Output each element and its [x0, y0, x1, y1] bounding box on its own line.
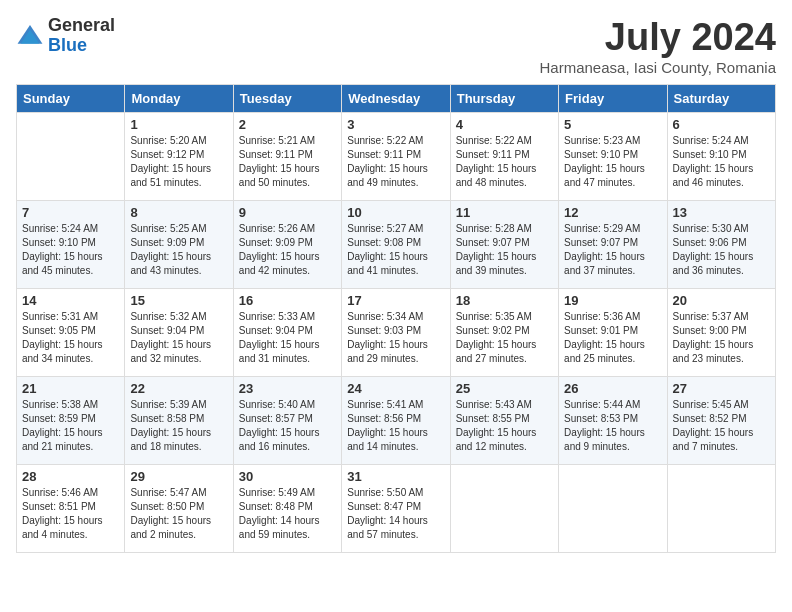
calendar-cell: 21Sunrise: 5:38 AM Sunset: 8:59 PM Dayli… [17, 377, 125, 465]
day-number: 15 [130, 293, 227, 308]
day-number: 4 [456, 117, 553, 132]
day-header-row: SundayMondayTuesdayWednesdayThursdayFrid… [17, 85, 776, 113]
day-detail: Sunrise: 5:26 AM Sunset: 9:09 PM Dayligh… [239, 222, 336, 278]
day-detail: Sunrise: 5:47 AM Sunset: 8:50 PM Dayligh… [130, 486, 227, 542]
calendar-cell: 23Sunrise: 5:40 AM Sunset: 8:57 PM Dayli… [233, 377, 341, 465]
calendar-cell [667, 465, 775, 553]
calendar-cell: 22Sunrise: 5:39 AM Sunset: 8:58 PM Dayli… [125, 377, 233, 465]
day-header-friday: Friday [559, 85, 667, 113]
day-header-sunday: Sunday [17, 85, 125, 113]
calendar-cell: 17Sunrise: 5:34 AM Sunset: 9:03 PM Dayli… [342, 289, 450, 377]
calendar-cell: 1Sunrise: 5:20 AM Sunset: 9:12 PM Daylig… [125, 113, 233, 201]
calendar-cell: 2Sunrise: 5:21 AM Sunset: 9:11 PM Daylig… [233, 113, 341, 201]
logo-icon [16, 22, 44, 50]
day-number: 29 [130, 469, 227, 484]
calendar-title: July 2024 [540, 16, 777, 59]
day-detail: Sunrise: 5:27 AM Sunset: 9:08 PM Dayligh… [347, 222, 444, 278]
day-number: 1 [130, 117, 227, 132]
day-number: 20 [673, 293, 770, 308]
day-number: 19 [564, 293, 661, 308]
day-detail: Sunrise: 5:40 AM Sunset: 8:57 PM Dayligh… [239, 398, 336, 454]
calendar-cell: 18Sunrise: 5:35 AM Sunset: 9:02 PM Dayli… [450, 289, 558, 377]
day-number: 7 [22, 205, 119, 220]
day-detail: Sunrise: 5:50 AM Sunset: 8:47 PM Dayligh… [347, 486, 444, 542]
day-detail: Sunrise: 5:22 AM Sunset: 9:11 PM Dayligh… [456, 134, 553, 190]
day-number: 6 [673, 117, 770, 132]
header: General Blue July 2024 Harmaneasa, Iasi … [16, 16, 776, 76]
calendar-cell: 8Sunrise: 5:25 AM Sunset: 9:09 PM Daylig… [125, 201, 233, 289]
week-row-2: 7Sunrise: 5:24 AM Sunset: 9:10 PM Daylig… [17, 201, 776, 289]
calendar-cell: 16Sunrise: 5:33 AM Sunset: 9:04 PM Dayli… [233, 289, 341, 377]
day-number: 22 [130, 381, 227, 396]
calendar-cell: 7Sunrise: 5:24 AM Sunset: 9:10 PM Daylig… [17, 201, 125, 289]
calendar-cell: 10Sunrise: 5:27 AM Sunset: 9:08 PM Dayli… [342, 201, 450, 289]
calendar-cell: 11Sunrise: 5:28 AM Sunset: 9:07 PM Dayli… [450, 201, 558, 289]
day-number: 2 [239, 117, 336, 132]
calendar-cell: 20Sunrise: 5:37 AM Sunset: 9:00 PM Dayli… [667, 289, 775, 377]
day-detail: Sunrise: 5:36 AM Sunset: 9:01 PM Dayligh… [564, 310, 661, 366]
day-number: 5 [564, 117, 661, 132]
calendar-cell: 25Sunrise: 5:43 AM Sunset: 8:55 PM Dayli… [450, 377, 558, 465]
day-number: 23 [239, 381, 336, 396]
day-detail: Sunrise: 5:34 AM Sunset: 9:03 PM Dayligh… [347, 310, 444, 366]
day-detail: Sunrise: 5:43 AM Sunset: 8:55 PM Dayligh… [456, 398, 553, 454]
calendar-cell: 29Sunrise: 5:47 AM Sunset: 8:50 PM Dayli… [125, 465, 233, 553]
calendar-cell [559, 465, 667, 553]
calendar-cell: 31Sunrise: 5:50 AM Sunset: 8:47 PM Dayli… [342, 465, 450, 553]
calendar-cell: 9Sunrise: 5:26 AM Sunset: 9:09 PM Daylig… [233, 201, 341, 289]
calendar-subtitle: Harmaneasa, Iasi County, Romania [540, 59, 777, 76]
day-detail: Sunrise: 5:25 AM Sunset: 9:09 PM Dayligh… [130, 222, 227, 278]
week-row-4: 21Sunrise: 5:38 AM Sunset: 8:59 PM Dayli… [17, 377, 776, 465]
logo-general-text: General [48, 16, 115, 36]
day-detail: Sunrise: 5:41 AM Sunset: 8:56 PM Dayligh… [347, 398, 444, 454]
day-number: 9 [239, 205, 336, 220]
day-number: 17 [347, 293, 444, 308]
logo: General Blue [16, 16, 115, 56]
week-row-3: 14Sunrise: 5:31 AM Sunset: 9:05 PM Dayli… [17, 289, 776, 377]
day-number: 30 [239, 469, 336, 484]
calendar-cell: 24Sunrise: 5:41 AM Sunset: 8:56 PM Dayli… [342, 377, 450, 465]
day-detail: Sunrise: 5:23 AM Sunset: 9:10 PM Dayligh… [564, 134, 661, 190]
day-detail: Sunrise: 5:49 AM Sunset: 8:48 PM Dayligh… [239, 486, 336, 542]
day-number: 28 [22, 469, 119, 484]
day-detail: Sunrise: 5:24 AM Sunset: 9:10 PM Dayligh… [673, 134, 770, 190]
day-number: 12 [564, 205, 661, 220]
calendar-cell: 12Sunrise: 5:29 AM Sunset: 9:07 PM Dayli… [559, 201, 667, 289]
day-detail: Sunrise: 5:31 AM Sunset: 9:05 PM Dayligh… [22, 310, 119, 366]
day-detail: Sunrise: 5:20 AM Sunset: 9:12 PM Dayligh… [130, 134, 227, 190]
calendar-cell [450, 465, 558, 553]
logo-blue-text: Blue [48, 36, 115, 56]
calendar-cell: 30Sunrise: 5:49 AM Sunset: 8:48 PM Dayli… [233, 465, 341, 553]
day-number: 8 [130, 205, 227, 220]
day-detail: Sunrise: 5:44 AM Sunset: 8:53 PM Dayligh… [564, 398, 661, 454]
day-detail: Sunrise: 5:35 AM Sunset: 9:02 PM Dayligh… [456, 310, 553, 366]
day-detail: Sunrise: 5:24 AM Sunset: 9:10 PM Dayligh… [22, 222, 119, 278]
calendar-cell: 3Sunrise: 5:22 AM Sunset: 9:11 PM Daylig… [342, 113, 450, 201]
day-detail: Sunrise: 5:29 AM Sunset: 9:07 PM Dayligh… [564, 222, 661, 278]
day-number: 13 [673, 205, 770, 220]
day-detail: Sunrise: 5:22 AM Sunset: 9:11 PM Dayligh… [347, 134, 444, 190]
day-header-tuesday: Tuesday [233, 85, 341, 113]
logo-text: General Blue [48, 16, 115, 56]
calendar-table: SundayMondayTuesdayWednesdayThursdayFrid… [16, 84, 776, 553]
day-number: 3 [347, 117, 444, 132]
day-detail: Sunrise: 5:21 AM Sunset: 9:11 PM Dayligh… [239, 134, 336, 190]
week-row-1: 1Sunrise: 5:20 AM Sunset: 9:12 PM Daylig… [17, 113, 776, 201]
day-detail: Sunrise: 5:46 AM Sunset: 8:51 PM Dayligh… [22, 486, 119, 542]
calendar-cell: 27Sunrise: 5:45 AM Sunset: 8:52 PM Dayli… [667, 377, 775, 465]
calendar-cell [17, 113, 125, 201]
day-number: 14 [22, 293, 119, 308]
calendar-cell: 6Sunrise: 5:24 AM Sunset: 9:10 PM Daylig… [667, 113, 775, 201]
day-number: 21 [22, 381, 119, 396]
calendar-cell: 4Sunrise: 5:22 AM Sunset: 9:11 PM Daylig… [450, 113, 558, 201]
calendar-cell: 19Sunrise: 5:36 AM Sunset: 9:01 PM Dayli… [559, 289, 667, 377]
day-number: 18 [456, 293, 553, 308]
day-detail: Sunrise: 5:30 AM Sunset: 9:06 PM Dayligh… [673, 222, 770, 278]
day-header-thursday: Thursday [450, 85, 558, 113]
calendar-cell: 5Sunrise: 5:23 AM Sunset: 9:10 PM Daylig… [559, 113, 667, 201]
day-detail: Sunrise: 5:37 AM Sunset: 9:00 PM Dayligh… [673, 310, 770, 366]
calendar-cell: 15Sunrise: 5:32 AM Sunset: 9:04 PM Dayli… [125, 289, 233, 377]
calendar-cell: 13Sunrise: 5:30 AM Sunset: 9:06 PM Dayli… [667, 201, 775, 289]
day-detail: Sunrise: 5:38 AM Sunset: 8:59 PM Dayligh… [22, 398, 119, 454]
calendar-cell: 28Sunrise: 5:46 AM Sunset: 8:51 PM Dayli… [17, 465, 125, 553]
